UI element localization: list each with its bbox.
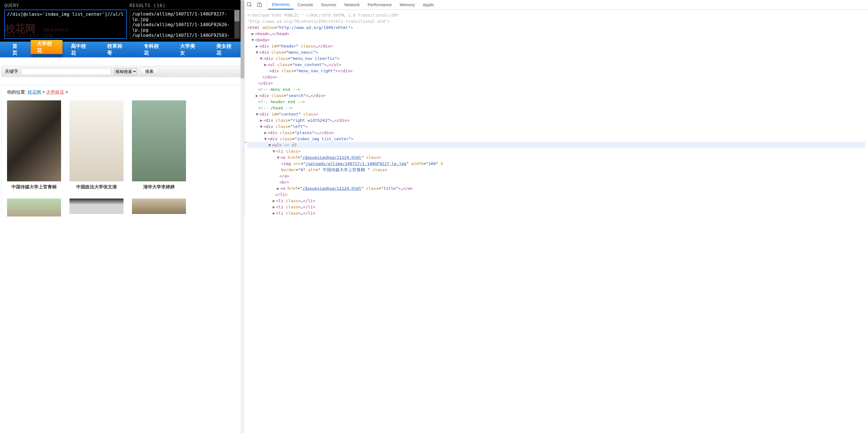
content-box: 你的位置: 校花网 > 大学校花 > 中国传媒大学上官青桐 中国政法大学张文清 … xyxy=(1,85,243,216)
device-icon[interactable] xyxy=(257,2,262,8)
dom-node[interactable]: ▶<li class>…</li> xyxy=(247,204,865,210)
dom-node[interactable]: ▶<ul class="nav_content">…</ul> xyxy=(247,62,865,68)
devtools-tabs: | Elements Console Sources Network Perfo… xyxy=(245,0,868,10)
dom-node[interactable]: ▶<div class="search">…</div> xyxy=(247,93,865,99)
grid-item: 清华大学李婷婷 xyxy=(132,100,186,190)
page-scrollbar[interactable] xyxy=(241,0,244,216)
result-line: /uploads/allimg/140717/1-140GF92626-lp.j… xyxy=(132,22,238,33)
svg-rect-2 xyxy=(259,4,262,7)
dom-node[interactable]: <!-- header end --> xyxy=(247,99,865,105)
dom-node[interactable]: </li> xyxy=(247,192,865,198)
nav: 首页 大学校花 高中校花 校草帅哥 专科校花 大学美女 美女校花 xyxy=(0,42,244,57)
page-view: 校花网 我要做你的校花 www.521609.com QUERY RESULTS… xyxy=(0,0,244,216)
tab-memory[interactable]: Memory xyxy=(396,0,418,9)
dom-node[interactable]: ▶<div class="right width243">…</div> xyxy=(247,117,865,124)
dom-node[interactable]: ▼<div class="menu_nav clearfix"> xyxy=(247,56,865,62)
nav-item-home[interactable]: 首页 xyxy=(4,42,31,57)
dom-node[interactable]: ▶<a href="/daxuexiaohua/11124.html" clas… xyxy=(247,185,865,192)
dom-node[interactable]: <!-- menu end --> xyxy=(247,86,865,93)
thumb-image[interactable] xyxy=(7,199,61,216)
dom-node[interactable]: ▶<li class>…</li> xyxy=(247,210,865,216)
dom-node[interactable]: ▼<a href="/daxuexiaohua/11124.html" clas… xyxy=(247,154,865,161)
dom-node-selected[interactable]: ▼<ul>== $0 xyxy=(247,142,865,148)
results-label: RESULTS (16) xyxy=(130,3,240,8)
nav-item-sel[interactable]: 大学校花 xyxy=(31,40,62,54)
thumb-image[interactable] xyxy=(132,100,186,181)
thumb-image[interactable] xyxy=(69,199,124,214)
dom-node[interactable]: </a> xyxy=(247,173,865,179)
thumb-caption[interactable]: 中国传媒大学上官青桐 xyxy=(7,184,61,190)
keyword-label: 关键字 xyxy=(5,69,18,74)
nav-item[interactable]: 校草帅哥 xyxy=(99,42,135,57)
dom-node[interactable]: <img src="/uploads/allimg/140717/1-140GF… xyxy=(247,161,865,167)
query-label: QUERY xyxy=(4,3,127,8)
dom-node[interactable]: ▼<body> xyxy=(247,37,865,43)
dom-tree[interactable]: <!doctype html PUBLIC "-//W3C//DTD XHTML… xyxy=(245,10,868,216)
nav-item[interactable]: 大学美女 xyxy=(172,42,208,57)
breadcrumb-site[interactable]: 校花网 xyxy=(28,90,41,95)
nav-item[interactable]: 高中校花 xyxy=(62,42,99,57)
thumb-image[interactable] xyxy=(132,199,186,214)
dom-node[interactable]: ▼<li class> xyxy=(247,148,865,154)
tab-network[interactable]: Network xyxy=(340,0,364,9)
dom-node[interactable]: <!-- /head --> xyxy=(247,105,865,111)
thumb-image[interactable] xyxy=(7,100,61,181)
result-line: /uploads/allimg/140717/1-140GF92J7-lp.jp… xyxy=(132,11,238,22)
dom-node[interactable]: ▶<head>…</head> xyxy=(247,31,865,37)
img-grid: 中国传媒大学上官青桐 中国政法大学张文清 清华大学李婷婷 浙江大学柴柳依 xyxy=(7,100,237,216)
tab-console[interactable]: Console xyxy=(293,0,317,9)
nav-item[interactable]: 美女校花 xyxy=(208,42,244,57)
grid-item: 浙江大学柴柳依 xyxy=(7,199,61,216)
dom-node[interactable]: border="0" alt=" 中国传媒大学上官青桐 " class> xyxy=(247,167,865,173)
xpath-bar: 校花网 我要做你的校花 www.521609.com QUERY RESULTS… xyxy=(0,0,244,42)
dom-node[interactable]: </div> xyxy=(247,74,865,80)
dom-node[interactable]: ▼<div class="menu_navcc"> xyxy=(247,49,865,56)
dom-node[interactable]: ▶<li class>…</li> xyxy=(247,198,865,204)
dom-node[interactable]: ▼<div id="content" class> xyxy=(247,111,865,117)
search-button[interactable]: 搜索 xyxy=(140,68,159,75)
tab-elements[interactable]: Elements xyxy=(268,0,294,9)
result-line: /uploads/allimg/140717/1-140GF92503- xyxy=(132,33,238,38)
search-mode-select[interactable]: 模糊搜索 xyxy=(114,68,137,75)
html-tag[interactable]: <html xmlns="http://www.w3.org/1999/xhtm… xyxy=(247,25,865,31)
dom-node[interactable]: ▼<div class="left"> xyxy=(247,124,865,130)
results-scrollbar[interactable] xyxy=(235,10,240,38)
thumb-caption[interactable]: 清华大学李婷婷 xyxy=(132,184,186,190)
devtools: | Elements Console Sources Network Perfo… xyxy=(244,0,868,216)
grid-item xyxy=(69,199,124,216)
nav-item[interactable]: 专科校花 xyxy=(135,42,172,57)
dom-node[interactable]: ▼<div class="index_img list_center"> xyxy=(247,136,865,142)
breadcrumb-suffix: > xyxy=(66,90,68,95)
grid-item: 中国政法大学张文清 xyxy=(69,100,124,190)
keyword-input[interactable] xyxy=(21,68,111,75)
dom-node[interactable]: ▶<li class>…</li> xyxy=(247,216,865,216)
tab-performance[interactable]: Performance xyxy=(364,0,396,9)
grid-item xyxy=(132,199,186,216)
inspect-icon[interactable] xyxy=(247,2,252,8)
thumb-caption[interactable]: 中国政法大学张文清 xyxy=(69,184,124,190)
dom-node[interactable]: </div> xyxy=(247,80,865,86)
search-band: 关键字 模糊搜索 搜索 xyxy=(1,66,243,77)
dom-node[interactable]: ▶<div class="places">…</div> xyxy=(247,130,865,136)
dom-node[interactable]: ▶<div id="header" class>…</div> xyxy=(247,43,865,49)
breadcrumb-prefix: 你的位置: xyxy=(7,90,26,95)
grid-item: 中国传媒大学上官青桐 xyxy=(7,100,61,190)
breadcrumb-cat[interactable]: 大学校花 xyxy=(46,90,64,95)
gutter-dots-icon[interactable]: ⋯ xyxy=(245,139,247,145)
tab-application[interactable]: Applic xyxy=(419,0,438,9)
query-input[interactable] xyxy=(7,11,124,17)
dom-node[interactable]: <br> xyxy=(247,179,865,185)
doctype-1: <!doctype html PUBLIC "-//W3C//DTD XHTML… xyxy=(247,12,865,18)
results-box: /uploads/allimg/140717/1-140GF92J7-lp.jp… xyxy=(130,9,240,39)
dom-node[interactable]: <div class="menu_nav_right"></div> xyxy=(247,68,865,74)
breadcrumb: 你的位置: 校花网 > 大学校花 > xyxy=(7,85,237,100)
doctype-2: "http://www.w3.org/TR/xhtml1/DTD/xhtml1-… xyxy=(247,18,865,25)
thumb-image[interactable] xyxy=(69,100,124,181)
breadcrumb-sep: > xyxy=(42,90,45,95)
query-input-wrap xyxy=(4,9,127,39)
tab-sources[interactable]: Sources xyxy=(317,0,340,9)
